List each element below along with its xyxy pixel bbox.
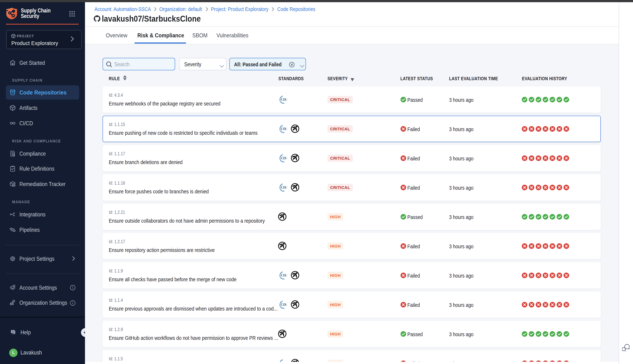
svg-text:CIS: CIS [280, 186, 286, 189]
svg-text:CIS: CIS [280, 361, 286, 362]
svg-text:CIS: CIS [280, 273, 286, 277]
svg-text:?: ? [12, 330, 13, 333]
svg-text:CIS: CIS [280, 127, 286, 131]
svg-text:</>: </> [11, 92, 14, 94]
svg-text:CIS: CIS [280, 303, 286, 306]
svg-text:CIS: CIS [280, 156, 286, 160]
svg-text:CIS: CIS [280, 98, 286, 102]
